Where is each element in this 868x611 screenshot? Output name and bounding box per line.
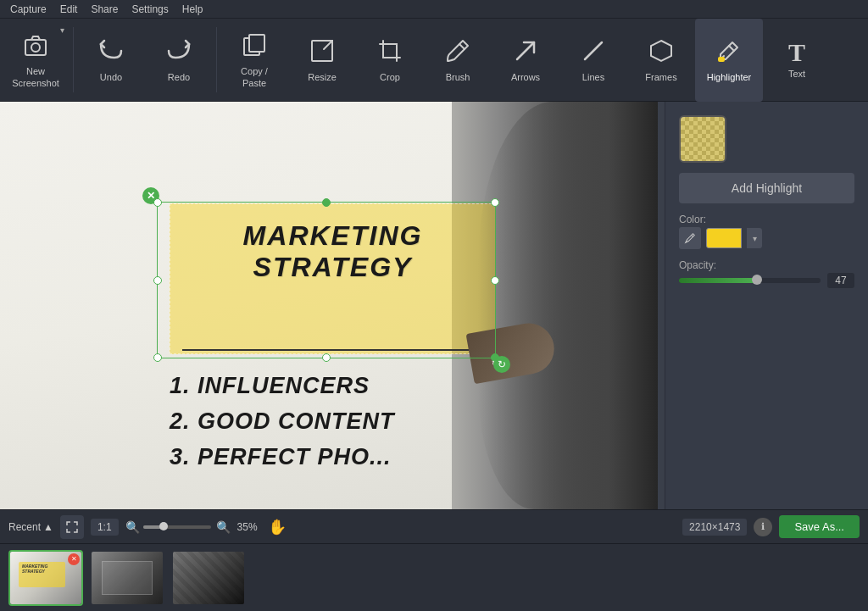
- opacity-thumb[interactable]: [752, 275, 762, 285]
- camera-icon: [22, 31, 49, 63]
- tool-undo[interactable]: Undo: [77, 19, 145, 102]
- tool-brush-label: Brush: [446, 72, 470, 83]
- lines-icon: [580, 37, 607, 69]
- color-label: Color: ▾: [679, 214, 854, 249]
- tool-frames[interactable]: Frames: [627, 19, 695, 102]
- tool-highlighter[interactable]: Highlighter: [695, 19, 763, 102]
- right-panel: Add Highlight Color: ▾ Opacity:: [665, 102, 868, 509]
- svg-rect-0: [25, 40, 46, 55]
- frames-icon: [648, 37, 675, 69]
- zoom-slider[interactable]: [143, 525, 211, 529]
- tool-arrows[interactable]: Arrows: [492, 19, 559, 102]
- opacity-slider-fill: [679, 278, 757, 283]
- tool-undo-label: Undo: [100, 72, 122, 83]
- opacity-row: 47: [679, 273, 854, 288]
- color-swatch-overlay: [681, 117, 725, 161]
- toolbar-sep-1: [73, 27, 74, 92]
- color-picker-icon[interactable]: [679, 227, 701, 249]
- main-area: MARKETING STRATEGY 1. INFLUENCERS 2. GOO…: [0, 102, 868, 509]
- canvas-right-edge: [658, 102, 665, 509]
- highlighter-icon: [715, 37, 743, 69]
- arrows-icon: [512, 37, 539, 69]
- zoom-percent: 35%: [237, 521, 258, 533]
- color-box[interactable]: [706, 228, 742, 248]
- recent-button[interactable]: Recent ▲: [8, 521, 53, 533]
- menu-edit[interactable]: Edit: [60, 3, 78, 15]
- toolbar: NewScreenshot Undo Redo: [0, 19, 868, 102]
- color-row: ▾: [679, 227, 854, 249]
- menu-help[interactable]: Help: [182, 3, 203, 15]
- svg-point-1: [31, 43, 40, 52]
- add-highlight-button[interactable]: Add Highlight: [679, 173, 854, 203]
- canvas-area[interactable]: MARKETING STRATEGY 1. INFLUENCERS 2. GOO…: [0, 102, 665, 509]
- menu-share[interactable]: Share: [91, 3, 118, 15]
- thumbnail-1-close[interactable]: ✕: [68, 553, 80, 565]
- fit-screen-button[interactable]: [60, 515, 84, 539]
- image-dimensions: 2210×1473: [682, 519, 747, 536]
- tool-copy-paste[interactable]: Copy /Paste: [220, 19, 288, 102]
- status-right: 2210×1473 ℹ Save As...: [682, 515, 860, 538]
- tool-redo[interactable]: Redo: [145, 19, 213, 102]
- tool-resize[interactable]: Resize: [288, 19, 356, 102]
- info-button[interactable]: ℹ: [754, 518, 772, 536]
- tool-frames-label: Frames: [645, 72, 676, 83]
- person-silhouette: [478, 102, 665, 509]
- color-dropdown[interactable]: ▾: [747, 228, 762, 248]
- tool-brush[interactable]: Brush: [424, 19, 492, 102]
- status-bar: Recent ▲ 1:1 🔍 🔍 35% ✋ 2210×1473 ℹ Save …: [0, 509, 868, 543]
- tool-arrows-label: Arrows: [511, 72, 540, 83]
- opacity-value: 47: [827, 273, 854, 288]
- thumbnail-3[interactable]: [171, 550, 246, 606]
- thumbnail-2[interactable]: [90, 550, 164, 606]
- undo-icon: [97, 37, 125, 69]
- zoom-out-button[interactable]: 🔍: [125, 520, 140, 534]
- menu-bar: Capture Edit Share Settings Help: [0, 0, 868, 19]
- text-icon: T: [788, 40, 805, 65]
- thumbnail-1[interactable]: MARKETINGSTRATEGY ✕: [8, 550, 83, 606]
- tool-new-screenshot[interactable]: NewScreenshot: [2, 19, 70, 102]
- menu-capture[interactable]: Capture: [10, 3, 47, 15]
- tool-text-label: Text: [788, 69, 805, 80]
- zoom-in-button[interactable]: 🔍: [216, 520, 231, 534]
- tool-lines-label: Lines: [582, 72, 604, 83]
- save-as-button[interactable]: Save As...: [779, 515, 860, 538]
- tool-crop-label: Crop: [380, 72, 400, 83]
- crop-icon: [376, 37, 403, 69]
- menu-settings[interactable]: Settings: [131, 3, 168, 15]
- copy-paste-icon: [241, 31, 268, 63]
- svg-rect-3: [249, 35, 264, 52]
- hand-tool[interactable]: ✋: [264, 518, 290, 536]
- thumbnails-bar: MARKETINGSTRATEGY ✕: [0, 543, 868, 611]
- wb-text-title: MARKETING STRATEGY: [174, 220, 492, 283]
- tool-new-screenshot-label: NewScreenshot: [12, 66, 59, 88]
- svg-rect-6: [719, 58, 724, 61]
- brush-icon: [444, 37, 471, 69]
- resize-icon: [309, 37, 336, 69]
- status-left: Recent ▲ 1:1 🔍 🔍 35% ✋: [8, 515, 676, 539]
- opacity-section: Opacity: 47: [679, 259, 854, 288]
- wb-list: 1. INFLUENCERS 2. GOOD CONTENT 3. PERFEC…: [170, 369, 395, 475]
- color-swatch-preview: [679, 115, 726, 163]
- toolbar-sep-2: [216, 27, 217, 92]
- opacity-slider[interactable]: [679, 278, 821, 283]
- zoom-controls: 🔍 🔍: [125, 520, 231, 534]
- redo-icon: [165, 37, 192, 69]
- tool-copy-paste-label: Copy /Paste: [241, 66, 268, 88]
- svg-rect-5: [383, 44, 397, 58]
- tool-resize-label: Resize: [308, 72, 337, 83]
- recent-arrow: ▲: [43, 521, 53, 533]
- tool-text[interactable]: T Text: [763, 19, 831, 102]
- zoom-ratio[interactable]: 1:1: [91, 519, 119, 536]
- tool-crop[interactable]: Crop: [356, 19, 424, 102]
- tool-lines[interactable]: Lines: [559, 19, 627, 102]
- tool-highlighter-label: Highlighter: [707, 72, 752, 83]
- tool-redo-label: Redo: [168, 72, 190, 83]
- wb-underline: [182, 349, 487, 351]
